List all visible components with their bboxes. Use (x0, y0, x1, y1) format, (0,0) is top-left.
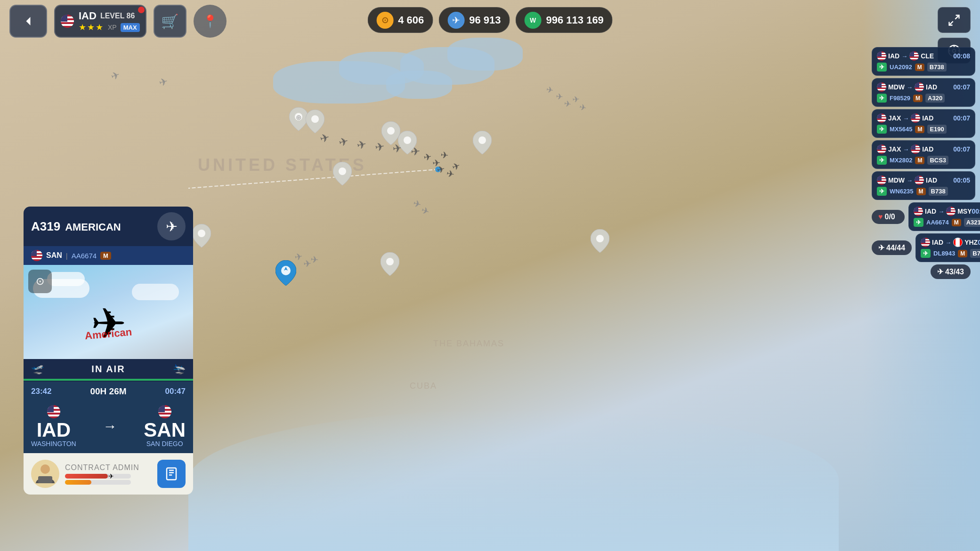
map-pin-1[interactable]: ◎ (289, 107, 308, 131)
xp-label: XP (108, 24, 117, 31)
coin-icon: ⊙ (376, 12, 393, 29)
bottom-3: ✈ (310, 254, 319, 265)
flight-route-7: IAD → YHZ (921, 238, 978, 247)
svg-rect-22 (38, 476, 52, 483)
fp-status-bar: 🛫 IN AIR 🛬 (24, 359, 193, 379)
fp-header: A319 AMERICAN ✈ (24, 207, 193, 246)
fp-admin-info: CONTRACT ADMIN ✈ (65, 463, 152, 485)
flight-route-2: MDW → IAD (877, 82, 937, 92)
mid-2: ✈ (420, 204, 431, 217)
fp-focus-button[interactable]: ⊙ (28, 270, 52, 293)
profile-button[interactable]: IAD LEVEL 86 ★★★ XP MAX (54, 5, 146, 38)
fp-admin-bars: ✈ (65, 474, 152, 485)
card-7-group: ✈ 44/44 IAD → YHZ 00:00 ✈ DL8943 (872, 233, 975, 262)
flag-canada (953, 238, 963, 247)
plane-count-1: 44/44 (886, 244, 905, 252)
flight-card-4[interactable]: JAX → IAD 00:07 ✈ MX2802 M BCS3 (872, 140, 975, 169)
flight-details-3: ✈ MX5645 M E190 (877, 125, 970, 134)
fp-times: 23:42 00H 26M 00:47 (24, 382, 193, 401)
document-icon (164, 467, 178, 481)
flight-panel: A319 AMERICAN ✈ SAN | AA6674 M ✈ America… (24, 207, 193, 495)
plane-counter-group-2: ✈ 43/43 (872, 264, 975, 279)
fp-airports: IAD WASHINGTON → SAN SAN DIEGO (24, 401, 193, 453)
flight-card-1[interactable]: IAD → CLE 00:08 ✈ UA2092 M B738 (872, 47, 975, 76)
fp-origin-city: WASHINGTON (31, 440, 76, 447)
flight-card-3[interactable]: JAX → IAD 00:07 ✈ MX5645 M E190 (872, 109, 975, 138)
coins-pill[interactable]: ⊙ 4 606 (367, 7, 433, 33)
planes-amount: 96 913 (469, 14, 501, 26)
flight-route-6: IAD → MSY (914, 207, 972, 216)
map-pin-iad[interactable] (333, 162, 352, 185)
plane-counter-2-badge: ✈ 43/43 (931, 264, 971, 279)
plane-count-icon-1: ✈ (878, 243, 884, 252)
flag-from-1 (877, 51, 886, 61)
svg-text:◎: ◎ (296, 114, 301, 120)
airport-code: IAD (79, 10, 97, 22)
gulf-mexico (188, 410, 839, 551)
fp-aircraft-image: ✈ American ⊙ (24, 265, 193, 359)
fp-plane-button[interactable]: ✈ (157, 212, 186, 240)
flight-details-4: ✈ MX2802 M BCS3 (877, 156, 970, 165)
fp-dest-block: SAN SAN DIEGO (144, 405, 186, 447)
avatar-icon (33, 462, 57, 486)
map-pin-right-mid[interactable] (591, 229, 609, 253)
currency-bar: ⊙ 4 606 ✈ 96 913 W 996 113 169 (367, 7, 613, 33)
svg-point-21 (40, 464, 50, 474)
map-bahamas-label: THE BAHAMAS (433, 339, 504, 349)
plane-currency-icon: ✈ (447, 12, 464, 29)
svg-line-13 (955, 15, 959, 19)
map-pin-4[interactable] (398, 131, 417, 154)
heart-counter-badge: ♥ 0/0 (872, 210, 905, 224)
planes-pill[interactable]: ✈ 96 913 (438, 7, 510, 33)
map-pin-5[interactable] (473, 131, 492, 154)
flight-card-7[interactable]: IAD → YHZ 00:00 ✈ DL8943 M B752 (915, 233, 980, 262)
svg-point-10 (198, 230, 205, 237)
us-flag (61, 15, 74, 28)
notification-dot (138, 7, 145, 13)
fp-bar-2 (65, 480, 131, 485)
svg-point-8 (339, 168, 346, 175)
premium-amount: 996 113 169 (546, 14, 604, 26)
iad-plane-cluster-4: ✈ (436, 163, 446, 176)
fp-landing-icon: 🛬 (173, 363, 186, 375)
fp-medium: M (100, 252, 111, 260)
map-pin-left[interactable] (192, 224, 211, 248)
fp-flight-number: AA6674 (72, 252, 97, 260)
right-coast-1: ✈ (545, 84, 554, 96)
flight-card-6[interactable]: IAD → MSY 00:05 ✈ AA6674 M A321 (908, 202, 980, 231)
plane-counter-group-1: ✈ 44/44 (872, 240, 912, 255)
iad-plane-cluster-3: ✈ (440, 149, 449, 161)
card-6-group: ♥ 0/0 IAD → MSY 00:05 ✈ AA6674 M (872, 202, 975, 231)
great-lake-5 (447, 38, 523, 71)
svg-line-0 (188, 169, 438, 188)
map-pin-bottom[interactable] (381, 252, 399, 276)
fp-bar-icon: ✈ (108, 472, 114, 480)
minimize-button[interactable] (938, 7, 971, 33)
map-pin-blue[interactable] (275, 260, 296, 286)
fp-takeoff-icon: 🛫 (31, 363, 44, 375)
flight-details-6: ✈ AA6674 M A321 (914, 218, 980, 227)
premium-pill[interactable]: W 996 113 169 (516, 7, 613, 33)
fp-title: A319 AMERICAN (31, 219, 121, 234)
fp-dest-code: SAN (144, 420, 186, 440)
flight-card-5[interactable]: MDW → IAD 00:05 ✈ WN6235 M B738 (872, 171, 975, 200)
cloud-3 (132, 284, 179, 300)
fp-duration: 00H 26M (90, 386, 126, 397)
fp-aircraft: A319 (31, 219, 60, 234)
cart-button[interactable]: 🛒 (154, 5, 186, 38)
fp-progress-bar (24, 379, 193, 381)
fp-dest-flag (158, 405, 171, 418)
fp-document-button[interactable] (157, 460, 186, 488)
flight-card-2[interactable]: MDW → IAD 00:07 ✈ F98529 M A320 (872, 78, 975, 107)
map-pin-2[interactable] (306, 110, 324, 133)
flight-route-3: JAX → IAD (877, 113, 933, 123)
premium-icon: W (525, 12, 542, 29)
location-icon: 📍 (202, 14, 218, 29)
trail-plane-3: ✈ (356, 137, 368, 152)
map-pin-3[interactable] (381, 121, 400, 145)
fp-arrival-time: 00:47 (165, 387, 186, 396)
plane-counter-1-badge: ✈ 44/44 (872, 240, 912, 255)
back-button[interactable] (9, 5, 47, 38)
fp-origin-block: IAD WASHINGTON (31, 405, 76, 447)
location-button[interactable]: 📍 (194, 5, 227, 38)
